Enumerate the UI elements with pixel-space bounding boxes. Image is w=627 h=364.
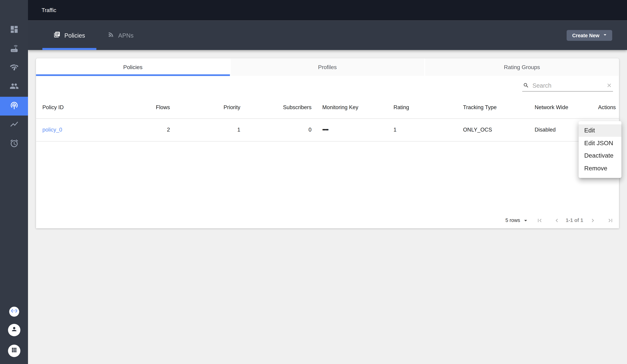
search-input[interactable] <box>532 82 602 89</box>
col-policy-id: Policy ID <box>36 104 134 110</box>
page-range-label: 1-1 of 1 <box>566 217 583 223</box>
library-books-icon <box>53 31 60 39</box>
subtab-profiles[interactable]: Profiles <box>231 58 424 76</box>
subtab-policies-label: Policies <box>123 64 142 70</box>
col-tracking-type: Tracking Type <box>463 104 535 110</box>
tab-apns[interactable]: APNs <box>96 20 145 50</box>
wifi-tethering-icon <box>9 101 19 111</box>
col-priority: Priority <box>170 104 240 110</box>
alarm-icon <box>9 139 19 149</box>
api-button[interactable] <box>9 307 19 316</box>
col-flows: Flows <box>134 104 170 110</box>
create-new-label: Create New <box>572 33 600 38</box>
rows-per-page-caret-icon[interactable] <box>522 217 529 224</box>
sidebar-item-equipment[interactable] <box>0 40 28 59</box>
main-area: Traffic Policies APNs Create New <box>28 0 627 364</box>
cell-priority: 1 <box>170 127 240 133</box>
policies-card: Policies Profiles Rating Groups <box>36 58 619 228</box>
account-icon <box>11 326 17 334</box>
page-title: Traffic <box>42 7 56 13</box>
sidebar-bottom <box>0 307 28 364</box>
menu-item-remove[interactable]: Remove <box>578 162 622 175</box>
col-actions: Actions <box>595 104 619 110</box>
rss-feed-icon <box>107 31 114 39</box>
rows-per-page-label[interactable]: 5 rows <box>505 217 520 223</box>
actions-context-menu: Edit Edit JSON Deactivate Remove <box>578 121 622 178</box>
subtab-policies[interactable]: Policies <box>36 58 230 76</box>
cell-subscribers: 0 <box>240 127 312 133</box>
search-icon <box>523 82 529 88</box>
table-row: policy_0 2 1 0 •••• 1 ONLY_OCS Disabled <box>36 119 619 141</box>
search-field <box>522 82 613 92</box>
tab-apns-label: APNs <box>118 32 134 39</box>
table-empty-space <box>36 141 619 212</box>
cell-rating: 1 <box>393 127 463 133</box>
sidebar-item-network[interactable] <box>0 59 28 78</box>
last-page-icon[interactable] <box>607 217 614 224</box>
prev-page-icon[interactable] <box>553 217 560 224</box>
col-subscribers: Subscribers <box>240 104 312 110</box>
top-header: Traffic <box>28 0 627 20</box>
network-check-icon <box>9 63 19 74</box>
people-icon <box>9 82 19 93</box>
content-area: Policies Profiles Rating Groups <box>28 50 627 364</box>
tab-bar: Policies APNs Create New <box>28 20 627 50</box>
tab-policies[interactable]: Policies <box>42 20 96 50</box>
sidebar-item-subscribers[interactable] <box>0 78 28 97</box>
col-monitoring-key: Monitoring Key <box>312 104 394 110</box>
scale-wrapper: Traffic Policies APNs Create New <box>0 0 627 364</box>
apps-button[interactable] <box>8 344 20 357</box>
clear-icon[interactable] <box>606 82 612 88</box>
sub-tabs: Policies Profiles Rating Groups <box>36 58 619 76</box>
account-button[interactable] <box>8 324 20 336</box>
search-row <box>36 76 619 96</box>
api-code-icon <box>11 307 17 316</box>
subtab-rating-groups-label: Rating Groups <box>504 64 540 70</box>
tab-policies-label: Policies <box>64 32 85 39</box>
router-icon <box>9 44 19 54</box>
cell-flows: 2 <box>134 127 170 133</box>
first-page-icon[interactable] <box>536 217 543 224</box>
sidebar-item-metrics[interactable] <box>0 115 28 134</box>
create-new-button[interactable]: Create New <box>567 30 612 41</box>
sidebar-item-dashboard[interactable] <box>0 21 28 40</box>
apps-grid-icon <box>11 347 17 355</box>
cell-monitoring-key: •••• <box>312 127 394 133</box>
menu-item-deactivate[interactable]: Deactivate <box>578 149 622 162</box>
app-root: Traffic Policies APNs Create New <box>0 0 627 364</box>
col-network-wide: Network Wide <box>535 104 595 110</box>
menu-item-edit-json[interactable]: Edit JSON <box>578 137 622 149</box>
subtab-profiles-label: Profiles <box>318 64 337 70</box>
sidebar-item-alerts[interactable] <box>0 135 28 154</box>
sidebar <box>0 0 28 364</box>
policy-id-link[interactable]: policy_0 <box>42 127 62 133</box>
sidebar-nav <box>0 21 28 154</box>
menu-item-edit[interactable]: Edit <box>578 124 622 137</box>
dropdown-caret-icon <box>602 32 608 39</box>
top-tabs: Policies APNs <box>42 20 145 50</box>
cell-tracking-type: ONLY_OCS <box>463 127 535 133</box>
subtab-rating-groups[interactable]: Rating Groups <box>425 58 619 76</box>
metrics-icon <box>9 120 19 130</box>
sidebar-item-traffic[interactable] <box>0 97 28 115</box>
pagination: 5 rows 1-1 of 1 <box>36 212 619 228</box>
next-page-icon[interactable] <box>589 217 596 224</box>
table-header-row: Policy ID Flows Priority Subscribers Mon… <box>36 96 619 119</box>
col-rating: Rating <box>393 104 463 110</box>
dashboard-icon <box>9 25 19 36</box>
